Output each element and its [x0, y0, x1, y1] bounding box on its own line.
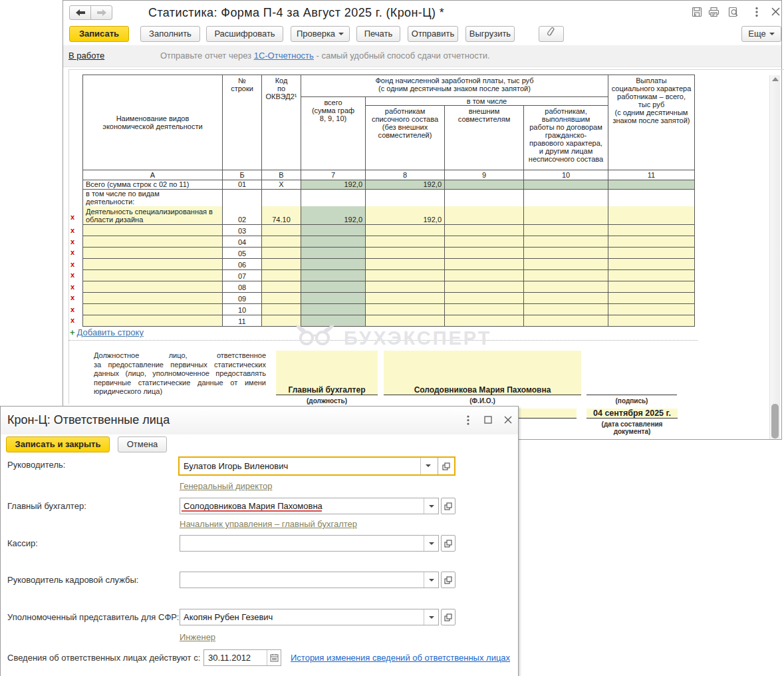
accountant-position-link[interactable]: Начальник управления – главный бухгалтер [180, 519, 357, 529]
cell-total[interactable] [301, 269, 366, 281]
cell-okved[interactable] [262, 236, 301, 247]
cell-name[interactable] [83, 258, 223, 269]
accountant-input[interactable]: Солодовникова Мария Пахомовна [180, 498, 439, 514]
dialog-menu-icon[interactable] [462, 415, 474, 425]
delete-row-marker[interactable]: x [70, 238, 77, 246]
status-link[interactable]: В работе [68, 45, 104, 67]
send-button[interactable]: Отправить [408, 26, 458, 42]
preview-icon[interactable] [727, 6, 739, 17]
dropdown-button[interactable] [424, 498, 438, 514]
cell-payroll[interactable]: 192,0 [366, 206, 445, 224]
cell-social[interactable] [608, 224, 695, 236]
manager-position-link[interactable]: Генеральный директор [180, 481, 272, 491]
history-link[interactable]: История изменения сведений об ответствен… [291, 649, 510, 666]
cell-external[interactable] [445, 247, 524, 258]
cell-contract[interactable] [524, 258, 608, 269]
calendar-button[interactable] [267, 650, 281, 665]
valid-from-input[interactable]: 30.11.2012 [203, 649, 281, 666]
cell-name[interactable] [83, 292, 223, 303]
cell-external[interactable] [445, 281, 524, 292]
cell-payroll[interactable] [366, 281, 445, 292]
cell-contract[interactable] [524, 315, 608, 326]
printer-icon[interactable] [708, 6, 719, 17]
cell-okved[interactable]: 74.10 [262, 206, 301, 224]
cell-okved[interactable] [262, 247, 301, 258]
save-icon[interactable] [691, 6, 703, 17]
cell-total[interactable] [301, 292, 366, 303]
cell-okved[interactable] [262, 315, 301, 326]
cell-payroll[interactable] [366, 315, 445, 326]
cell-total[interactable]: 192,0 [301, 206, 366, 224]
cell-external[interactable] [445, 180, 524, 190]
cancel-button[interactable]: Отмена [118, 436, 167, 452]
delete-row-marker[interactable]: x [70, 226, 77, 234]
delete-row-marker[interactable]: x [70, 213, 77, 221]
delete-row-marker[interactable]: x [70, 305, 77, 313]
cell-social[interactable] [608, 281, 695, 292]
add-row[interactable]: +Добавить строку [70, 328, 144, 337]
print-button[interactable]: Печать [356, 26, 400, 42]
cell-name[interactable] [83, 247, 223, 258]
vertical-scrollbar[interactable] [769, 75, 780, 439]
cell-name[interactable] [83, 315, 223, 326]
cell-name[interactable] [83, 224, 223, 236]
open-button[interactable] [441, 609, 456, 625]
cell-total[interactable] [301, 315, 366, 326]
fill-button[interactable]: Заполнить [140, 26, 200, 42]
export-button[interactable]: Выгрузить [465, 26, 515, 42]
scrollbar-thumb[interactable] [771, 404, 779, 438]
cell-name[interactable] [83, 281, 223, 292]
fio-field[interactable]: Солодовникова Мария Пахомовна [384, 351, 581, 395]
cell-total[interactable]: 192,0 [301, 180, 366, 190]
cell-name[interactable] [83, 236, 223, 247]
cell-social[interactable] [608, 315, 695, 326]
cell-social[interactable] [608, 303, 695, 315]
cell-okved[interactable] [262, 292, 301, 303]
cell-total[interactable] [301, 236, 366, 247]
cell-contract[interactable] [524, 269, 608, 281]
delete-row-marker[interactable]: x [70, 271, 77, 279]
write-button[interactable]: Записать [69, 26, 129, 42]
sfr-rep-position-link[interactable]: Инженер [180, 632, 215, 642]
cell-total[interactable] [301, 281, 366, 292]
cell-social[interactable] [608, 236, 695, 247]
cell-contract[interactable] [524, 224, 608, 236]
open-button[interactable] [438, 458, 454, 474]
open-button[interactable] [441, 498, 456, 514]
cell-name[interactable]: Деятельность специализированная в област… [83, 206, 223, 224]
cell-contract[interactable] [524, 303, 608, 315]
open-button[interactable] [441, 535, 456, 552]
cell-external[interactable] [445, 206, 524, 224]
cell-okved[interactable] [262, 281, 301, 292]
cell-payroll[interactable] [366, 236, 445, 247]
back-button[interactable] [69, 5, 91, 20]
dropdown-button[interactable] [424, 572, 438, 588]
cell-social[interactable] [608, 180, 695, 190]
cell-contract[interactable] [524, 247, 608, 258]
scroll-up-icon[interactable] [772, 77, 779, 81]
dropdown-button[interactable] [424, 609, 438, 625]
forward-button[interactable] [90, 5, 112, 20]
cell-external[interactable] [445, 258, 524, 269]
cell-payroll[interactable]: 192,0 [366, 180, 445, 190]
cell-payroll[interactable] [366, 247, 445, 258]
kebab-menu-icon[interactable] [751, 6, 763, 17]
dropdown-button[interactable] [424, 536, 438, 551]
cell-social[interactable] [608, 206, 695, 224]
cell-payroll[interactable] [366, 303, 445, 315]
date-field[interactable]: 04 сентября 2025 г. [587, 409, 678, 419]
maximize-icon[interactable] [482, 415, 494, 425]
cell-name[interactable] [83, 303, 223, 315]
cell-total[interactable] [301, 303, 366, 315]
save-close-button[interactable]: Записать и закрыть [6, 436, 110, 452]
check-button[interactable]: Проверка [291, 26, 350, 42]
open-button[interactable] [441, 572, 456, 588]
cell-contract[interactable] [524, 180, 608, 190]
delete-row-marker[interactable]: x [70, 283, 77, 291]
cell-payroll[interactable] [366, 224, 445, 236]
cell-name[interactable] [83, 269, 223, 281]
attachment-button[interactable] [539, 26, 564, 42]
cell-contract[interactable] [524, 236, 608, 247]
delete-row-marker[interactable]: x [70, 316, 77, 324]
cell-payroll[interactable] [366, 258, 445, 269]
